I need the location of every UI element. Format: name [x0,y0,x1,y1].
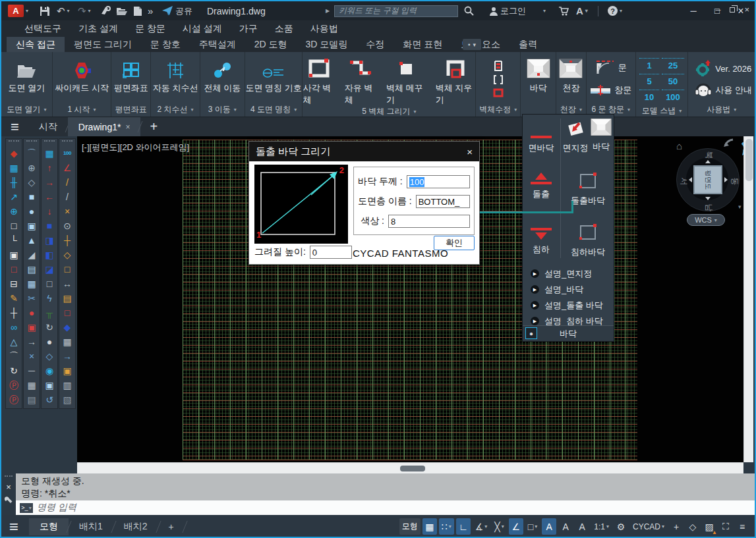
stack-icon[interactable]: ▦ [24,277,40,291]
object-snap-tracking-toggle[interactable]: ∠ [509,518,523,535]
cone-icon[interactable]: ▲ [24,233,40,248]
open-drawing-button[interactable]: 도면 열기 [9,55,45,94]
snap-value-100[interactable]: 100 [662,90,684,105]
snap-value-1[interactable]: 1 [639,58,659,74]
isometric-drafting-toggle[interactable]: ╳▾ [492,518,506,535]
viewcube-arrow-left[interactable] [689,177,692,182]
red-rect-icon[interactable]: □ [59,306,75,320]
box-3d-icon[interactable]: ■ [24,190,40,204]
ribbon-tab-2d-shapes[interactable]: 2D 도형 [245,37,297,52]
plot-button[interactable] [100,1,111,20]
qat-more-button[interactable]: » [148,1,153,20]
wall-rect-icon[interactable]: □ [6,219,22,233]
angle-dim-icon[interactable]: ∠ [59,161,75,175]
point-cross-icon[interactable]: × [59,204,75,219]
clipboard-icon[interactable]: ▥ [59,378,75,392]
wcs-selector[interactable]: WCS▾ [687,214,725,226]
sphere-icon[interactable]: ● [42,335,57,349]
open-button[interactable] [116,1,128,20]
blue-cube-icon[interactable]: ◆ [59,320,75,335]
copy-icon[interactable]: ∞ [6,320,22,335]
move-all-icon[interactable]: ↗ [6,190,22,204]
menu-door-window[interactable]: 문 창문 [127,23,174,35]
ribbon-group-footer[interactable]: 벽체수정▾ [476,103,520,117]
viewcube-arrow-up[interactable] [705,160,711,163]
compass-west[interactable]: 서 [678,178,689,186]
app-menu-button[interactable]: A ▾ [8,1,28,20]
wall-brackets-icon[interactable] [493,75,504,84]
mdi-close-button[interactable]: × [744,5,749,14]
ribbon-group-footer[interactable]: 3 이동▾ [200,103,245,117]
ribbon-group-footer[interactable]: 모델 스냅▾ [636,105,688,117]
camera-icon[interactable]: ◉ [42,363,57,378]
compass-south[interactable]: 남 [703,204,714,212]
command-close-icon[interactable]: × [6,482,11,492]
flyout-desc-floor[interactable]: ▶ 설명_바닥 [523,282,614,297]
mdi-minimize-button[interactable]: ─ [716,6,721,14]
center-mark-icon[interactable]: ┼ [59,233,75,248]
plan-coordinates-button[interactable]: 평면좌표 [114,55,148,94]
window-frame-icon[interactable]: ▦ [59,335,75,349]
isolate-objects-icon[interactable]: ◇ [685,518,700,535]
ribbon-tab-display[interactable]: 화면 표현 [393,37,451,52]
move-icon[interactable]: ┼ [6,306,22,320]
compass-east[interactable]: 동 [729,178,740,186]
subtract-icon[interactable]: ▤ [24,262,40,277]
command-history[interactable]: 모형 재생성 중. 명령: *취소* [16,473,756,500]
ribbon-group-footer[interactable]: 도면 열기▾ [1,103,52,117]
snap-value-25[interactable]: 25 [662,58,684,74]
face-floor-button[interactable]: 면바닥 [523,130,560,154]
snap-scale-icon[interactable]: 100 [59,146,75,161]
table-icon[interactable]: ▦ [24,378,40,392]
menu-furniture[interactable]: 가구 [231,23,266,35]
snap-value-50[interactable]: 50 [662,74,684,90]
wall-rect-button[interactable]: 사각 벽체 [303,55,335,106]
new-drawing-button[interactable] [133,1,142,20]
ribbon-group-footer[interactable]: 2 치수선▾ [151,103,200,117]
annotation-scale-icon[interactable]: A [575,518,589,535]
viewcube-menu-arrow[interactable]: ▾ [738,203,741,210]
fullscreen-icon[interactable]: ⛶ [718,518,733,535]
search-icon[interactable] [464,6,474,16]
wall-free-icon[interactable]: └ [6,233,22,248]
wire-cube-icon[interactable]: ◇ [42,349,57,363]
bench-icon[interactable]: ╥ [42,306,57,320]
file-tabs-menu-icon[interactable]: ≡ [1,119,28,136]
ribbon-tab-output[interactable]: 출력 [509,37,546,52]
move-all-button[interactable]: 전체 이동 [204,55,241,94]
ribbon-group-footer[interactable]: 평면좌표 [111,103,150,117]
flyout-desc-face-assign[interactable]: ▶ 설명_면지정 [523,266,614,281]
object-snap-toggle[interactable]: □▾ [525,518,540,535]
region-icon[interactable]: ▣ [24,320,40,335]
model-space-button[interactable]: 모형 [399,518,421,535]
tab-drawing1[interactable]: Drawing1* × [68,117,141,136]
dialog-close-icon[interactable]: × [467,146,473,157]
fillet-icon[interactable]: ⌒ [6,349,22,363]
command-input-row[interactable]: >_▾ 명령 입력 [16,500,756,515]
layer-name-input[interactable]: BOTTOM_ [416,195,470,208]
point-square-icon[interactable]: □ [59,262,75,277]
user-guide-button[interactable]: 사용 안내 [695,80,752,100]
cycad-start-button[interactable]: 싸이캐드 시작 [55,55,109,94]
minimize-button[interactable]: ─ [683,1,703,20]
new-tab-button[interactable]: + [140,119,167,134]
compass-north[interactable]: 북 [703,151,714,159]
linear-dim-icon[interactable]: ↔ [59,277,75,291]
ribbon-tab-house-design[interactable]: 주택설계 [190,37,245,52]
auto-dimension-button[interactable]: 자동 치수선 [153,55,198,94]
workspace-selector[interactable]: CYCAD▾ [630,518,667,535]
menu-select-tools[interactable]: 선택도구 [16,23,70,35]
slice-a-icon[interactable]: ◨ [42,233,57,248]
pencil-icon[interactable]: ✎ [6,291,22,306]
polygon-icon[interactable]: ◇ [24,175,40,190]
polyline-edit2-icon[interactable]: Ⓟ [6,392,22,407]
extrude-button[interactable]: 돌출 [523,173,560,200]
trim-icon[interactable]: × [24,349,40,363]
drawing-symbol-icon[interactable]: ⊕ [6,204,22,219]
menu-facility-design[interactable]: 시설 설계 [174,23,231,35]
snap-value-10[interactable]: 10 [639,90,659,105]
toolbar-grip[interactable] [9,140,19,145]
wall-free-button[interactable]: 자유 벽체 [345,55,377,106]
viewcube-arrow-down[interactable] [705,197,711,200]
search-collapse-arrow[interactable]: ▶ [326,1,330,20]
